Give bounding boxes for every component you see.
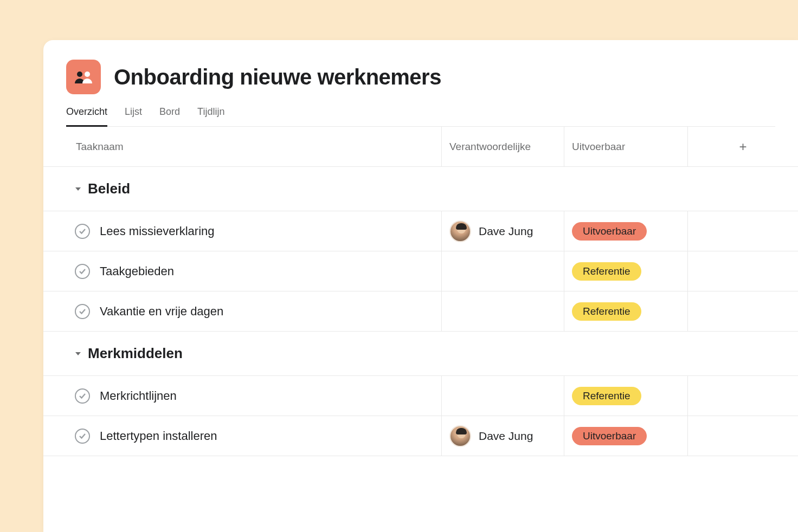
avatar <box>449 220 471 242</box>
svg-point-1 <box>85 72 90 77</box>
complete-check-icon[interactable] <box>75 388 90 404</box>
project-header: Onboarding nieuwe werknemers Overzicht L… <box>43 40 798 127</box>
task-row[interactable]: Merkrichtlijnen Referentie <box>43 376 798 416</box>
assignee-cell[interactable] <box>441 251 564 291</box>
assignee-cell[interactable]: Dave Jung <box>441 211 564 251</box>
section-title: Beleid <box>88 180 130 197</box>
tab-board[interactable]: Bord <box>159 106 180 127</box>
task-grid: Taaknaam Verantwoordelijke Uitvoerbaar +… <box>43 127 798 456</box>
extra-cell[interactable] <box>687 376 798 416</box>
task-name: Taakgebieden <box>100 264 174 278</box>
project-card: Onboarding nieuwe werknemers Overzicht L… <box>43 40 798 532</box>
status-badge: Referentie <box>572 262 641 281</box>
assignee-cell[interactable]: Dave Jung <box>441 416 564 456</box>
task-name: Lees missieverklaring <box>100 224 215 238</box>
status-cell[interactable]: Uitvoerbaar <box>564 416 687 456</box>
task-row[interactable]: Vakantie en vrije dagen Referentie <box>43 291 798 332</box>
status-cell[interactable]: Referentie <box>564 251 687 291</box>
people-icon <box>74 69 93 85</box>
status-badge: Uitvoerbaar <box>572 427 647 445</box>
task-name: Lettertypen installeren <box>100 429 217 443</box>
extra-cell[interactable] <box>687 251 798 291</box>
column-header-name[interactable]: Taaknaam <box>76 141 124 153</box>
status-badge: Referentie <box>572 302 641 321</box>
complete-check-icon[interactable] <box>75 304 90 319</box>
status-badge: Uitvoerbaar <box>572 222 647 241</box>
svg-point-0 <box>77 72 82 77</box>
chevron-down-icon[interactable] <box>75 351 81 357</box>
task-row[interactable]: Lettertypen installeren Dave Jung Uitvoe… <box>43 416 798 456</box>
column-header-status[interactable]: Uitvoerbaar <box>572 141 625 153</box>
tab-timeline[interactable]: Tijdlijn <box>197 106 224 127</box>
add-column-button[interactable]: + <box>739 139 746 154</box>
task-name: Vakantie en vrije dagen <box>100 304 223 319</box>
status-cell[interactable]: Uitvoerbaar <box>564 211 687 251</box>
extra-cell[interactable] <box>687 416 798 456</box>
project-icon <box>66 60 101 94</box>
status-badge: Referentie <box>572 387 641 405</box>
extra-cell[interactable] <box>687 211 798 251</box>
complete-check-icon[interactable] <box>75 264 90 279</box>
project-title: Onboarding nieuwe werknemers <box>114 65 441 89</box>
tab-overview[interactable]: Overzicht <box>66 106 107 127</box>
assignee-cell[interactable] <box>441 376 564 416</box>
assignee-name: Dave Jung <box>479 430 533 443</box>
extra-cell[interactable] <box>687 291 798 331</box>
column-header-assignee[interactable]: Verantwoordelijke <box>449 141 531 153</box>
tab-list[interactable]: Lijst <box>125 106 142 127</box>
assignee-name: Dave Jung <box>479 225 533 238</box>
complete-check-icon[interactable] <box>75 429 90 444</box>
status-cell[interactable]: Referentie <box>564 376 687 416</box>
tabs: Overzicht Lijst Bord Tijdlijn <box>66 106 775 127</box>
status-cell[interactable]: Referentie <box>564 291 687 331</box>
task-row[interactable]: Lees missieverklaring Dave Jung Uitvoerb… <box>43 211 798 251</box>
task-row[interactable]: Taakgebieden Referentie <box>43 251 798 291</box>
assignee-cell[interactable] <box>441 291 564 331</box>
section-header[interactable]: Beleid <box>43 167 798 211</box>
grid-header-row: Taaknaam Verantwoordelijke Uitvoerbaar + <box>43 127 798 167</box>
section-title: Merkmiddelen <box>88 345 183 362</box>
chevron-down-icon[interactable] <box>75 186 81 192</box>
avatar <box>449 425 471 447</box>
complete-check-icon[interactable] <box>75 224 90 239</box>
task-name: Merkrichtlijnen <box>100 389 177 403</box>
section-header[interactable]: Merkmiddelen <box>43 332 798 376</box>
